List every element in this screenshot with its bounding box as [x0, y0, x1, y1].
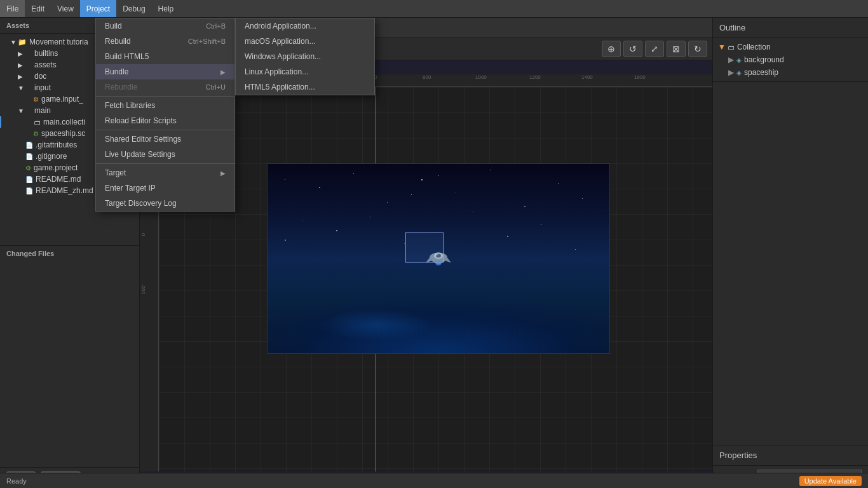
star — [336, 230, 337, 231]
star — [456, 193, 456, 193]
tree-label: game.input_ — [41, 95, 83, 104]
svg-point-6 — [436, 263, 441, 266]
star — [473, 212, 473, 212]
spaceship-container[interactable] — [424, 248, 452, 270]
menu-item-shared-editor-settings[interactable]: Shared Editor Settings — [96, 132, 234, 147]
move-tool-button[interactable]: ⊕ — [602, 41, 621, 57]
star — [285, 179, 285, 180]
menu-item-rebuild[interactable]: Rebuild Ctrl+Shift+B — [96, 34, 234, 49]
outline-item-collection[interactable]: ▼ 🗃 Collection — [713, 41, 868, 53]
menu-item-macos[interactable]: macOS Application... — [236, 34, 374, 49]
menu-item-target-discovery-log[interactable]: Target Discovery Log — [96, 196, 234, 211]
menu-item-build-html5[interactable]: Build HTML5 — [96, 49, 234, 64]
outline-item-spaceship[interactable]: ▶ ◈ spaceship — [713, 66, 868, 79]
menu-item-live-update-settings[interactable]: Live Update Settings — [96, 147, 234, 162]
arrow-right-icon: ▶ — [728, 68, 734, 77]
file-icon — [25, 186, 36, 195]
menu-item-linux[interactable]: Linux Application... — [236, 64, 374, 79]
arrow-right-icon: ▶ — [728, 55, 734, 64]
outline-item-background[interactable]: ▶ ◈ background — [713, 53, 868, 66]
menu-item-label: Build — [105, 22, 122, 30]
update-badge[interactable]: Update Available — [799, 476, 862, 486]
menu-item-label: Bundle — [105, 67, 128, 76]
menu-debug[interactable]: Debug — [116, 0, 151, 17]
menu-help[interactable]: Help — [152, 0, 180, 17]
status-ready: Ready — [6, 477, 27, 485]
menu-item-label: Live Update Settings — [105, 150, 175, 159]
reset-tool-button[interactable]: ↻ — [688, 41, 707, 57]
menu-item-rebundle: Rebundle Ctrl+U — [96, 79, 234, 95]
gear-icon — [33, 129, 41, 138]
star — [387, 202, 388, 203]
anchor-tool-button[interactable]: ⊠ — [667, 41, 686, 57]
menu-item-label: Rebundle — [105, 83, 137, 92]
arrow-down-icon — [10, 39, 18, 46]
star — [302, 220, 302, 221]
submenu-arrow-icon: ▶ — [220, 69, 226, 76]
gear-icon — [25, 163, 34, 172]
menu-item-label: Target Discovery Log — [105, 199, 177, 208]
tree-label: README.md — [36, 175, 81, 184]
menu-edit[interactable]: Edit — [25, 0, 51, 17]
menu-item-enter-target-ip[interactable]: Enter Target IP — [96, 180, 234, 196]
star — [411, 194, 412, 195]
tree-label: main.collecti — [43, 118, 85, 126]
menu-item-label: Linux Application... — [245, 67, 308, 76]
go-icon: ◈ — [736, 69, 742, 76]
star — [285, 240, 286, 241]
menu-item-android[interactable]: Android Application... — [236, 18, 374, 34]
menu-item-fetch-libraries[interactable]: Fetch Libraries — [96, 98, 234, 113]
scale-tool-button[interactable]: ⤢ — [645, 41, 664, 57]
tree-label: spaceship.sc — [41, 129, 85, 138]
outline-header: Outline — [713, 18, 868, 38]
arrow-right-icon — [18, 62, 25, 69]
tree-label: Movement tutoria — [29, 37, 88, 46]
menu-item-target[interactable]: Target ▶ — [96, 165, 234, 180]
menu-item-label: Build HTML5 — [105, 52, 149, 61]
ruler-label: 1600 — [634, 74, 646, 80]
star — [507, 236, 508, 237]
folder-icon — [18, 37, 29, 46]
menu-item-label: Rebuild — [105, 37, 131, 46]
go-icon: ◈ — [736, 57, 742, 64]
star — [558, 183, 559, 184]
menu-project[interactable]: Project — [80, 0, 116, 17]
rotate-tool-button[interactable]: ↺ — [623, 41, 642, 57]
collection-icon: 🗃 — [728, 44, 735, 51]
menu-item-label: Android Application... — [245, 22, 316, 30]
star — [582, 198, 583, 199]
arrow-right-icon — [18, 73, 25, 80]
menu-shortcut: Ctrl+U — [206, 83, 226, 91]
outline-label: spaceship — [744, 68, 778, 77]
script-icon — [33, 95, 41, 104]
properties-header: Properties — [713, 445, 868, 466]
file-icon — [25, 175, 36, 184]
menu-item-label: Target — [105, 168, 126, 177]
project-dropdown-menu: Build Ctrl+B Rebuild Ctrl+Shift+B Build … — [95, 18, 235, 212]
submenu-arrow-icon: ▶ — [220, 170, 226, 177]
menu-item-html5[interactable]: HTML5 Application... — [236, 79, 374, 95]
menu-separator — [96, 163, 234, 164]
menu-separator — [96, 130, 234, 130]
outline-tree: ▼ 🗃 Collection ▶ ◈ background ▶ ◈ spaces… — [713, 38, 868, 82]
menu-item-label: Windows Application... — [245, 52, 321, 61]
arrow-right-icon — [18, 50, 25, 57]
menu-item-build[interactable]: Build Ctrl+B — [96, 18, 234, 34]
menu-item-label: Reload Editor Scripts — [105, 116, 177, 125]
menu-item-bundle[interactable]: Bundle ▶ — [96, 64, 234, 79]
menu-file[interactable]: File — [0, 0, 25, 17]
game-viewport — [267, 163, 610, 354]
right-panel: Outline ▼ 🗃 Collection ▶ ◈ background ▶ … — [712, 18, 868, 488]
star — [524, 206, 526, 207]
ruler-label: 800 — [423, 74, 431, 80]
star — [421, 179, 423, 180]
menu-view[interactable]: View — [51, 0, 80, 17]
menu-separator — [96, 96, 234, 97]
ruler-label: -200 — [140, 284, 146, 294]
tree-label: game.project — [34, 163, 78, 172]
canvas-viewport[interactable] — [159, 87, 712, 471]
menu-item-reload-editor-scripts[interactable]: Reload Editor Scripts — [96, 113, 234, 128]
nebula-highlight — [318, 309, 433, 341]
ruler-label: 1000 — [475, 74, 487, 80]
menu-item-windows[interactable]: Windows Application... — [236, 49, 374, 64]
